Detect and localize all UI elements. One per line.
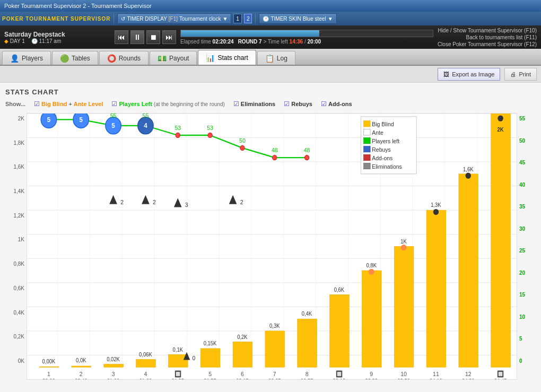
svg-text:04:45: 04:45	[494, 378, 507, 379]
clock-icon: 🕐	[263, 16, 269, 22]
svg-text:🔲: 🔲	[497, 370, 504, 378]
prev-btn[interactable]: ⏮	[115, 30, 128, 44]
action-bar: 🖼 Export as Image 🖨 Print	[0, 66, 541, 83]
svg-text:03:10: 03:10	[333, 378, 346, 379]
y-left-2k: 2K	[18, 116, 24, 121]
svg-text:6: 6	[241, 371, 244, 377]
check-icon-pl: ☑	[111, 100, 117, 108]
player-dot-8	[273, 155, 277, 160]
chart-container: STATS CHART Show... ☑ Big Blind + Ante L…	[0, 83, 541, 392]
print-icon: 🖨	[510, 71, 516, 77]
svg-rect-29	[104, 364, 124, 368]
player-dot-11	[369, 269, 374, 275]
player-dot-12	[401, 245, 406, 250]
round-display: ROUND 7 > Time left 14:36 / 20:00	[238, 39, 321, 45]
app-name-part2: SUPERVISOR	[71, 16, 110, 22]
pause-btn[interactable]: ⏸	[130, 30, 144, 44]
rb-label: Rebuys	[291, 101, 312, 107]
tab-log[interactable]: 📋 Log	[257, 51, 295, 65]
back-btn[interactable]: Back to tournaments list (F11)	[466, 34, 537, 40]
export-label: Export as Image	[452, 71, 494, 77]
svg-text:01:55: 01:55	[204, 378, 216, 379]
y-right-20: 20	[519, 270, 525, 276]
svg-text:4: 4	[144, 122, 147, 130]
print-button[interactable]: 🖨 Print	[504, 68, 537, 81]
chart-title: STATS CHART	[5, 88, 536, 96]
svg-text:5: 5	[111, 122, 115, 130]
timer-display-icon: ↺	[121, 16, 125, 22]
svg-rect-35	[298, 319, 317, 367]
top-toolbar: POKER TOURNAMENT SUPERVISOR ↺ TIMER DISP…	[0, 12, 541, 25]
svg-text:1,6K: 1,6K	[463, 167, 474, 172]
tab-statschart[interactable]: 📊 Stats chart	[198, 50, 256, 65]
y-left-0k: 0K	[18, 358, 24, 364]
svg-text:8: 8	[306, 371, 309, 377]
hide-show-btn[interactable]: Hide / Show Tournament Supervisor (F10)	[438, 28, 537, 33]
y-axis-left: 2K 1,8K 1,6K 1,4K 1,2K 1K 0,8K 0,6K 0,4K…	[5, 113, 27, 380]
timer-skin-btn[interactable]: 🕐 TIMER SKIN Blue steel ▼	[259, 13, 336, 24]
svg-text:04:30: 04:30	[462, 378, 475, 379]
svg-text:1: 1	[47, 371, 50, 377]
svg-rect-110	[364, 138, 371, 144]
player-dot-15	[498, 115, 503, 121]
svg-text:2: 2	[120, 198, 124, 205]
check-icon-el: ☑	[233, 100, 239, 108]
next-btn[interactable]: ⏭	[162, 30, 176, 44]
svg-text:03:30: 03:30	[365, 378, 378, 379]
svg-rect-40	[459, 174, 478, 367]
svg-text:0,3K: 0,3K	[269, 323, 280, 329]
svg-text:9: 9	[370, 371, 373, 377]
tab-payout[interactable]: 💵 Payout	[150, 51, 197, 65]
elim-triangle-7	[229, 195, 237, 204]
svg-text:55: 55	[143, 114, 149, 119]
time-indicator: 🕐 11:17 am	[31, 38, 61, 44]
toolbar-sep-2	[255, 14, 256, 23]
legend-eliminations[interactable]: ☑ Eliminations	[233, 100, 275, 108]
legend-rebuys[interactable]: ☑ Rebuys	[284, 100, 312, 108]
progress-section: Elapsed time 02:20:24 ROUND 7 > Time lef…	[180, 30, 433, 45]
check-icon-rb: ☑	[284, 100, 290, 108]
svg-text:48: 48	[272, 146, 278, 153]
num-badge-2: 2	[244, 14, 252, 23]
legend-addons[interactable]: ☑ Add-ons	[321, 100, 352, 108]
y-left-1k: 1K	[18, 237, 24, 242]
y-left-16k: 1,6K	[13, 164, 24, 170]
players-icon: 👤	[10, 54, 19, 63]
svg-text:2: 2	[153, 198, 156, 205]
legend-players[interactable]: ☑ Players Left (at the beginning of the …	[111, 100, 224, 108]
tab-log-label: Log	[277, 55, 287, 62]
stop-btn[interactable]: ⏹	[146, 30, 160, 44]
tab-tables[interactable]: 🟢 Tables	[52, 51, 98, 65]
tab-players[interactable]: 👤 Players	[2, 51, 51, 65]
svg-rect-108	[364, 129, 371, 135]
player-dot-9	[304, 155, 309, 160]
player-dot-7	[240, 145, 245, 150]
tab-rounds[interactable]: ⭕ Rounds	[99, 51, 149, 65]
svg-rect-34	[265, 331, 285, 367]
export-button[interactable]: 🖼 Export as Image	[438, 68, 500, 81]
y-right-10: 10	[519, 314, 525, 320]
timer-display-btn[interactable]: ↺ TIMER DISPLAY [F1] Tournament clock ▼	[117, 13, 231, 24]
check-icon-ao: ☑	[321, 100, 327, 108]
y-right-55: 55	[519, 116, 525, 121]
legend-bigblind[interactable]: ☑ Big Blind + Ante Level	[34, 100, 103, 108]
y-right-5: 5	[519, 336, 522, 342]
svg-text:1,3K: 1,3K	[431, 202, 441, 208]
player-dot-13	[433, 209, 439, 215]
close-btn[interactable]: Close Poker Tournament Supervisor (F12)	[438, 41, 537, 47]
y-left-08k: 0,8K	[13, 261, 24, 267]
show-label: Show...	[5, 101, 25, 107]
check-icon-bb: ☑	[34, 100, 40, 108]
right-controls: Hide / Show Tournament Supervisor (F10) …	[438, 28, 537, 47]
export-icon: 🖼	[443, 71, 449, 77]
svg-text:4: 4	[144, 371, 147, 377]
svg-rect-38	[394, 247, 414, 368]
svg-text:03:50: 03:50	[397, 378, 410, 379]
svg-text:0: 0	[193, 354, 196, 361]
svg-text:0,2K: 0,2K	[237, 334, 248, 339]
svg-rect-41	[491, 114, 511, 367]
y-right-40: 40	[519, 182, 525, 188]
svg-text:3: 3	[112, 371, 115, 377]
svg-text:Big Blind: Big Blind	[372, 121, 394, 127]
chart-legend-row: Show... ☑ Big Blind + Ante Level ☑ Playe…	[5, 100, 536, 108]
